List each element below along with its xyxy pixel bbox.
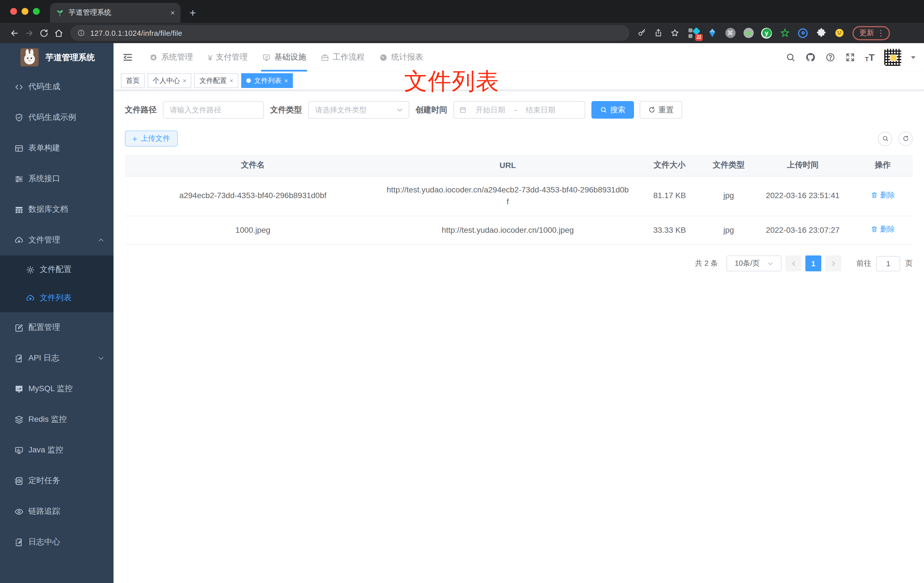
top-menu-infrastructure[interactable]: 基础设施	[255, 43, 314, 71]
start-date-input[interactable]	[469, 106, 512, 114]
search-icon[interactable]	[785, 52, 796, 63]
reset-button[interactable]: 重置	[640, 101, 682, 119]
github-icon[interactable]	[805, 52, 815, 63]
sidebar-logo[interactable]: 芋道管理系统	[0, 43, 114, 71]
sidebar-item-db-doc[interactable]: 数据库文档	[0, 194, 114, 225]
sidebar-item-log-center[interactable]: 日志中心	[0, 527, 114, 557]
sidebar-item-file-config[interactable]: 文件配置	[0, 256, 114, 284]
sidebar-item-file-management[interactable]: 文件管理	[0, 225, 114, 256]
new-tab-button[interactable]: +	[190, 7, 196, 18]
top-menu-payment[interactable]: ¥ 支付管理	[200, 43, 255, 71]
layers-icon	[14, 415, 24, 424]
file-type-select[interactable]: 请选择文件类型	[308, 101, 409, 119]
cell-filename: 1000.jpeg	[125, 216, 381, 244]
tab-close-icon[interactable]: ×	[170, 8, 175, 17]
y-extension-icon[interactable]: y	[761, 28, 772, 38]
omnibox-actions	[637, 28, 680, 38]
tab-file-config[interactable]: 文件配置 ×	[195, 73, 238, 88]
url-bar[interactable]: 127.0.0.1:1024/infra/file/file	[70, 25, 629, 41]
tab-home[interactable]: 首页	[121, 73, 145, 88]
search-form: 文件路径 文件类型 请选择文件类型 创建时间 -	[125, 101, 912, 119]
tab-close-icon[interactable]: ×	[183, 77, 186, 84]
sidebar-item-redis-monitor[interactable]: Redis 监控	[0, 404, 114, 435]
file-path-input[interactable]	[163, 101, 264, 119]
shield-check-icon	[14, 113, 24, 122]
window-controls[interactable]	[10, 8, 40, 15]
upload-file-button[interactable]: + 上传文件	[125, 130, 178, 147]
avatar-caret-icon[interactable]	[911, 56, 916, 59]
sidebar-item-system-api[interactable]: 系统接口	[0, 164, 114, 194]
search-button[interactable]: 搜索	[591, 101, 634, 119]
favicon-sprout-icon	[56, 8, 64, 17]
avatar[interactable]	[884, 49, 901, 66]
table-grid-icon	[14, 205, 24, 214]
tab-close-icon[interactable]: ×	[284, 77, 288, 84]
sidebar-item-scheduled-tasks[interactable]: 定时任务	[0, 466, 114, 496]
share-icon[interactable]	[654, 28, 663, 38]
browser-menu-icon[interactable]: ⋮	[877, 28, 885, 38]
end-date-input[interactable]	[519, 106, 562, 114]
delete-button[interactable]: 删除	[870, 189, 895, 201]
command-extension-icon[interactable]: ⌘	[725, 28, 736, 38]
delete-button[interactable]: 删除	[870, 224, 895, 235]
close-window-button[interactable]	[10, 8, 17, 15]
sidebar-item-code-generation[interactable]: 代码生成	[0, 71, 114, 102]
prev-page-button[interactable]	[785, 256, 802, 271]
url-text[interactable]: 127.0.0.1:1024/infra/file/file	[90, 29, 182, 37]
tab-file-list[interactable]: 文件列表 ×	[241, 73, 293, 88]
cell-type: jpg	[705, 216, 752, 244]
minimize-window-button[interactable]	[21, 8, 28, 15]
top-menu-reports[interactable]: 统计报表	[372, 43, 431, 71]
col-actions: 操作	[853, 155, 912, 176]
refresh-table-button[interactable]	[898, 131, 912, 145]
bookmark-star-icon[interactable]	[670, 28, 680, 38]
page-number-current[interactable]: 1	[805, 256, 821, 271]
sidebar-item-form-builder[interactable]: 表单构建	[0, 133, 114, 164]
sidebar-extension-icon[interactable]: 11	[688, 28, 699, 38]
sidebar-item-java-monitor[interactable]: Java 监控	[0, 435, 114, 466]
help-icon[interactable]	[825, 52, 835, 63]
forward-icon[interactable]	[21, 26, 36, 40]
fullscreen-icon[interactable]	[845, 52, 855, 63]
show-search-toggle-button[interactable]	[878, 131, 892, 145]
monitor-icon	[14, 445, 24, 455]
sidebar-item-config-management[interactable]: 配置管理	[0, 312, 114, 343]
total-count: 共 2 条	[695, 258, 718, 269]
puzzle-extensions-icon[interactable]	[815, 28, 827, 38]
gear-icon	[26, 265, 35, 274]
create-time-label: 创建时间	[416, 105, 447, 115]
briefcase-icon	[321, 53, 330, 61]
balloon-extension-icon[interactable]	[706, 28, 718, 38]
star-extension-icon[interactable]	[779, 28, 790, 38]
doc-edit-icon	[14, 537, 24, 547]
back-icon[interactable]	[7, 26, 21, 40]
sidebar-item-mysql-monitor[interactable]: MySQL 监控	[0, 373, 114, 404]
top-menu-system[interactable]: 系统管理	[142, 43, 200, 71]
reload-icon[interactable]	[36, 26, 51, 40]
sidebar-collapse-icon[interactable]	[114, 52, 142, 63]
sidebar-item-code-example[interactable]: 代码生成示例	[0, 102, 114, 133]
tab-profile[interactable]: 个人中心 ×	[148, 73, 191, 88]
active-dot-icon	[246, 78, 251, 83]
zoom-window-button[interactable]	[33, 8, 40, 15]
sidebar-item-api-log[interactable]: API 日志	[0, 343, 114, 373]
top-menu-workflow[interactable]: 工作流程	[314, 43, 372, 71]
col-url: URL	[381, 155, 635, 176]
browser-tab[interactable]: 芋道管理系统 ×	[50, 3, 180, 23]
page-size-select[interactable]: 10条/页	[726, 256, 782, 271]
browser-update-button[interactable]: 更新 ⋮	[853, 26, 890, 40]
goto-page-input[interactable]	[876, 256, 900, 271]
next-page-button[interactable]	[825, 256, 841, 271]
sidebar-item-file-list[interactable]: 文件列表	[0, 284, 114, 312]
smiley-extension-icon[interactable]	[834, 28, 845, 38]
sidebar-item-tracing[interactable]: 链路追踪	[0, 496, 114, 527]
password-key-icon[interactable]	[637, 28, 647, 38]
eye-extension-icon[interactable]	[797, 28, 808, 38]
font-size-icon[interactable]: TT	[865, 53, 874, 62]
tab-close-icon[interactable]: ×	[229, 77, 233, 84]
date-range-picker[interactable]: -	[454, 101, 585, 119]
extensions-row: 11 ⌘ y	[688, 28, 845, 38]
record-extension-icon[interactable]	[743, 28, 754, 38]
home-icon[interactable]	[51, 26, 66, 40]
edit-square-icon	[14, 323, 24, 332]
